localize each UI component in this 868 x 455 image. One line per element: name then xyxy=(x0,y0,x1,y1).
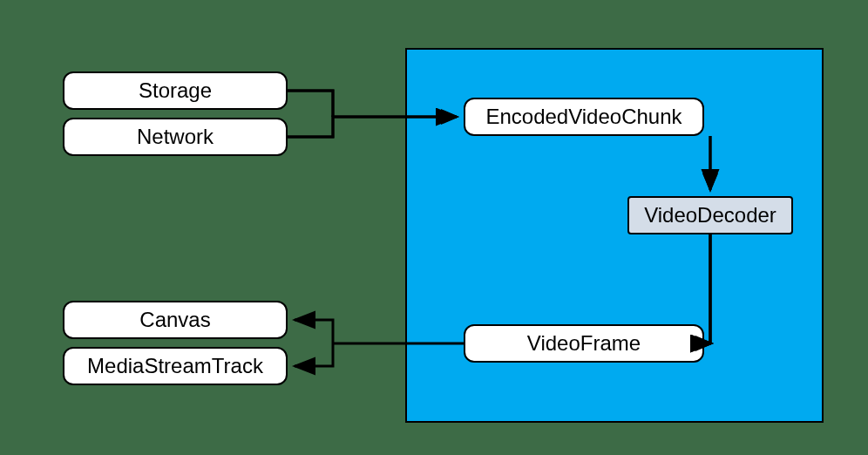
node-network-label: Network xyxy=(137,125,214,149)
edge-frame-to-mst xyxy=(295,343,333,366)
edge-frame-to-canvas xyxy=(295,320,333,343)
node-media-stream-track: MediaStreamTrack xyxy=(63,347,288,385)
edge-storage-to-chunk xyxy=(288,91,333,117)
node-video-decoder: VideoDecoder xyxy=(627,196,793,234)
node-video-frame-label: VideoFrame xyxy=(527,331,641,356)
node-encoded-video-chunk: EncodedVideoChunk xyxy=(464,98,704,136)
node-video-frame: VideoFrame xyxy=(464,324,704,363)
node-video-decoder-label: VideoDecoder xyxy=(644,203,776,228)
node-storage: Storage xyxy=(63,71,288,110)
node-network: Network xyxy=(63,118,288,156)
node-canvas: Canvas xyxy=(63,301,288,339)
node-encoded-video-chunk-label: EncodedVideoChunk xyxy=(485,105,682,129)
edge-storage-out xyxy=(288,91,333,117)
node-storage-label: Storage xyxy=(139,78,212,103)
node-canvas-label: Canvas xyxy=(139,308,210,332)
node-media-stream-track-label: MediaStreamTrack xyxy=(87,354,263,378)
